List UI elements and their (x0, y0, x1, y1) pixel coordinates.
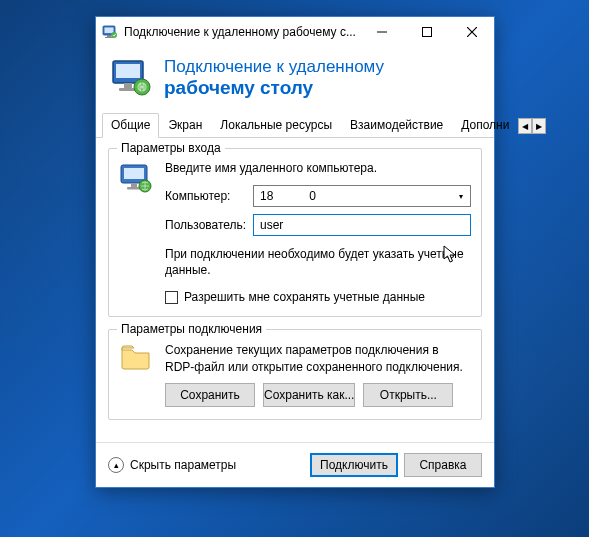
open-button[interactable]: Открыть... (363, 383, 453, 407)
help-button[interactable]: Справка (404, 453, 482, 477)
svg-rect-10 (116, 64, 140, 78)
hide-options-toggle[interactable]: ▴ Скрыть параметры (108, 457, 236, 473)
connection-text: Сохранение текущих параметров подключени… (165, 342, 471, 374)
remember-credentials-label: Разрешить мне сохранять учетные данные (184, 290, 425, 304)
chevron-down-icon[interactable]: ▾ (452, 186, 470, 206)
dialog-footer: ▴ Скрыть параметры Подключить Справка (96, 442, 494, 487)
computer-value: 180 (260, 189, 316, 203)
rdp-dialog: Подключение к удаленному рабочему с... (95, 16, 495, 488)
svg-rect-17 (131, 183, 137, 187)
remember-credentials-checkbox[interactable] (165, 291, 178, 304)
tab-experience[interactable]: Взаимодействие (341, 113, 452, 137)
svg-point-4 (111, 32, 117, 38)
tab-local-resources[interactable]: Локальные ресурсы (211, 113, 341, 137)
chevron-up-icon: ▴ (108, 457, 124, 473)
titlebar[interactable]: Подключение к удаленному рабочему с... (96, 17, 494, 47)
rdp-icon (110, 57, 152, 99)
connect-button[interactable]: Подключить (310, 453, 398, 477)
connection-group-title: Параметры подключения (117, 322, 266, 336)
connection-settings-group: Параметры подключения Сохранение текущих… (108, 329, 482, 419)
login-settings-group: Параметры входа Введите имя удаленного к… (108, 148, 482, 317)
login-group-title: Параметры входа (117, 141, 225, 155)
maximize-button[interactable] (404, 17, 449, 47)
tab-display[interactable]: Экран (159, 113, 211, 137)
dialog-title: Подключение к удаленному рабочему столу (164, 57, 384, 98)
svg-rect-6 (422, 28, 431, 37)
svg-rect-16 (124, 168, 144, 179)
login-instruction: Введите имя удаленного компьютера. (165, 161, 471, 175)
save-button[interactable]: Сохранить (165, 383, 255, 407)
dialog-header: Подключение к удаленному рабочему столу (96, 47, 494, 113)
minimize-button[interactable] (359, 17, 404, 47)
app-icon (102, 24, 118, 40)
computer-label: Компьютер: (165, 189, 247, 203)
folder-icon (119, 342, 155, 406)
close-button[interactable] (449, 17, 494, 47)
username-field[interactable] (253, 214, 471, 236)
computer-combobox[interactable]: 180 ▾ (253, 185, 471, 207)
tab-advanced[interactable]: Дополни (452, 113, 518, 137)
svg-rect-11 (124, 83, 132, 88)
tab-general[interactable]: Общие (102, 113, 159, 138)
svg-rect-2 (107, 35, 111, 37)
credentials-note: При подключении необходимо будет указать… (165, 246, 471, 278)
computer-icon (119, 161, 155, 304)
user-label: Пользователь: (165, 218, 247, 232)
tab-strip: Общие Экран Локальные ресурсы Взаимодейс… (96, 113, 494, 138)
window-title: Подключение к удаленному рабочему с... (124, 25, 359, 39)
tab-panel-general: Параметры входа Введите имя удаленного к… (96, 138, 494, 442)
tab-scroll-right[interactable]: ▶ (532, 118, 546, 134)
svg-rect-3 (105, 37, 113, 38)
save-as-button[interactable]: Сохранить как... (263, 383, 355, 407)
tab-scroll-left[interactable]: ◀ (518, 118, 532, 134)
svg-rect-1 (105, 28, 114, 34)
